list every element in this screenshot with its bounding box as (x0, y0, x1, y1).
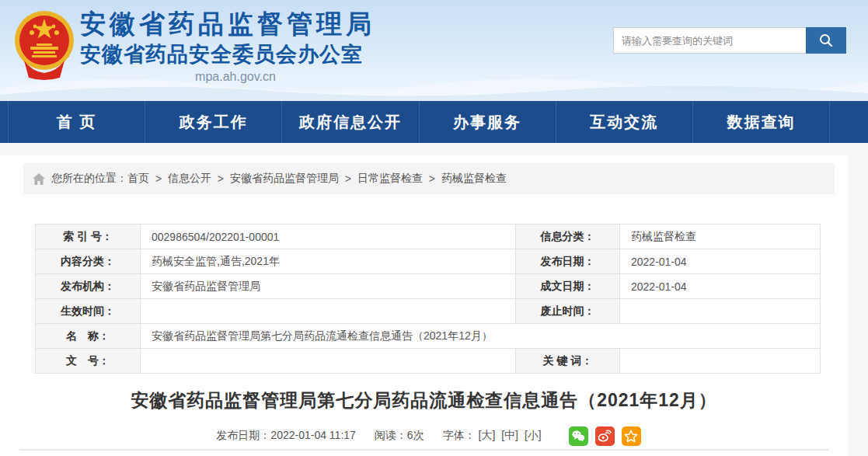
publish-date-label: 发布日期： (516, 249, 620, 274)
table-row: 内容分类： 药械安全监管,通告,2021年 发布日期： 2022-01-04 (36, 249, 821, 274)
share-weibo-button[interactable] (595, 426, 615, 446)
effective-time-value (141, 299, 516, 324)
favorite-star-button[interactable] (622, 426, 641, 446)
article-title: 安徽省药品监督管理局第七分局药品流通检查信息通告（2021年12月） (0, 388, 848, 412)
table-row: 生效时间： 废止时间： (36, 299, 821, 324)
nav-item-home[interactable]: 首 页 (9, 101, 145, 143)
issuing-agency-label: 发布机构： (36, 274, 141, 299)
document-info-table: 索 引 号： 002986504/202201-00001 信息分类： 药械监督… (35, 224, 821, 374)
table-row: 索 引 号： 002986504/202201-00001 信息分类： 药械监督… (36, 225, 821, 249)
keywords-value (620, 349, 821, 374)
font-size-large-button[interactable]: [大] (479, 429, 496, 441)
document-number-value (141, 349, 516, 374)
nav-item-info-disclosure[interactable]: 政府信息公开 (282, 101, 419, 143)
article-publish-date: 发布日期：2022-01-04 11:17 (216, 429, 356, 443)
nav-item-data-query[interactable]: 数据查询 (693, 101, 829, 143)
breadcrumb-item-device-inspection[interactable]: 药械监督检查 (441, 172, 507, 186)
site-title-main: 安徽省药品监督管理局 (80, 8, 453, 40)
font-size-medium-button[interactable]: [中] (501, 429, 518, 441)
search-icon (818, 33, 834, 48)
info-category-value: 药械监督检查 (620, 225, 821, 249)
written-date-label: 成文日期： (516, 274, 620, 299)
document-number-label: 文 号： (36, 349, 141, 374)
home-icon (33, 173, 45, 185)
nav-item-interaction[interactable]: 互动交流 (556, 101, 693, 143)
publish-date-value: 2022-01-04 (620, 249, 821, 274)
star-icon (624, 430, 638, 443)
table-row: 名 称： 安徽省药品监督管理局第七分局药品流通检查信息通告（2021年12月） (36, 324, 821, 349)
content-card: 您所在的位置： 首页 > 信息公开 > 安徽省药品监督管理局 > 日常监督检查 … (0, 155, 848, 456)
content-divider (19, 449, 828, 451)
document-name-value: 安徽省药品监督管理局第七分局药品流通检查信息通告（2021年12月） (141, 324, 821, 349)
font-size-small-button[interactable]: [小] (525, 429, 542, 441)
breadcrumb-item-home[interactable]: 首页 (127, 172, 149, 186)
site-title-sub: 安徽省药品安全委员会办公室 (80, 40, 453, 68)
keywords-label: 关 键 词： (516, 349, 620, 374)
breadcrumb-prefix: 您所在的位置： (51, 172, 127, 186)
article-meta: 发布日期：2022-01-04 11:17 阅读：6次 字体： [大] [中] … (0, 426, 848, 446)
info-category-label: 信息分类： (516, 225, 620, 249)
index-number-label: 索 引 号： (36, 225, 141, 249)
effective-time-label: 生效时间： (36, 299, 141, 324)
content-category-value: 药械安全监管,通告,2021年 (141, 249, 516, 274)
repeal-time-value (620, 299, 821, 324)
content-category-label: 内容分类： (36, 249, 141, 274)
share-buttons (562, 426, 641, 446)
national-emblem-logo (13, 6, 75, 81)
font-size-label: 字体： (443, 429, 476, 441)
nav-item-services[interactable]: 办事服务 (420, 101, 556, 143)
issuing-agency-value: 安徽省药品监督管理局 (141, 274, 516, 299)
site-url: mpa.ah.gov.cn (80, 70, 391, 84)
main-nav: 首 页 政务工作 政府信息公开 办事服务 互动交流 数据查询 (0, 101, 868, 143)
written-date-value: 2022-01-04 (620, 274, 821, 299)
breadcrumb-item-info-disclosure[interactable]: 信息公开 (168, 172, 211, 186)
repeal-time-label: 废止时间： (516, 299, 620, 324)
article-view-count: 阅读：6次 (375, 429, 424, 443)
font-size-controls: 字体： [大] [中] [小] (443, 429, 545, 443)
site-header: 安徽省药品监督管理局 安徽省药品安全委员会办公室 mpa.ah.gov.cn (0, 0, 868, 101)
index-number-value: 002986504/202201-00001 (141, 225, 516, 249)
search-button[interactable] (806, 27, 846, 54)
wechat-icon (571, 430, 585, 442)
table-row: 发布机构： 安徽省药品监督管理局 成文日期： 2022-01-04 (36, 274, 821, 299)
breadcrumb: 您所在的位置： 首页 > 信息公开 > 安徽省药品监督管理局 > 日常监督检查 … (23, 163, 835, 194)
site-search (613, 27, 846, 54)
table-row: 文 号： 关 键 词： (36, 349, 821, 374)
breadcrumb-item-agency[interactable]: 安徽省药品监督管理局 (230, 172, 339, 186)
search-input[interactable] (613, 27, 806, 54)
nav-item-government-work[interactable]: 政务工作 (145, 101, 282, 143)
weibo-icon (598, 430, 612, 442)
document-name-label: 名 称： (36, 324, 141, 349)
breadcrumb-item-daily-inspection[interactable]: 日常监督检查 (357, 172, 423, 186)
share-wechat-button[interactable] (569, 426, 588, 446)
